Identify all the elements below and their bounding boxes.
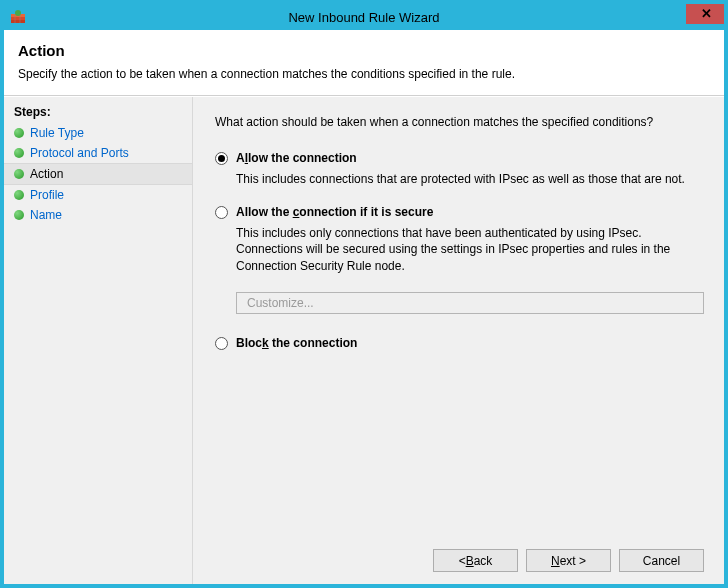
wizard-button-row: < Back Next > Cancel — [215, 537, 704, 584]
steps-sidebar: Steps: Rule Type Protocol and Ports Acti… — [4, 97, 192, 584]
bullet-icon — [14, 128, 24, 138]
radio-allow-secure[interactable]: Allow the connection if it is secure — [215, 205, 704, 219]
content-question: What action should be taken when a conne… — [215, 115, 704, 129]
radio-icon — [215, 206, 228, 219]
bullet-icon — [14, 210, 24, 220]
radio-icon — [215, 337, 228, 350]
step-label: Profile — [30, 188, 64, 202]
radio-allow-connection[interactable]: Allow the connection — [215, 151, 704, 165]
radio-allow-desc: This includes connections that are prote… — [236, 171, 704, 187]
radio-label: Allow the connection if it is secure — [236, 205, 433, 219]
titlebar: New Inbound Rule Wizard ✕ — [4, 4, 724, 30]
close-button[interactable]: ✕ — [686, 2, 726, 24]
page-subtitle: Specify the action to be taken when a co… — [18, 67, 710, 81]
radio-label: Allow the connection — [236, 151, 357, 165]
cancel-button[interactable]: Cancel — [619, 549, 704, 572]
step-profile[interactable]: Profile — [4, 185, 192, 205]
radio-allow-secure-desc: This includes only connections that have… — [236, 225, 704, 274]
firewall-icon — [10, 9, 26, 25]
step-rule-type[interactable]: Rule Type — [4, 123, 192, 143]
wizard-body: Steps: Rule Type Protocol and Ports Acti… — [4, 96, 724, 584]
steps-heading: Steps: — [4, 103, 192, 123]
radio-icon-selected — [215, 152, 228, 165]
svg-point-5 — [15, 10, 21, 16]
bullet-icon — [14, 190, 24, 200]
bullet-icon — [14, 148, 24, 158]
window-title: New Inbound Rule Wizard — [4, 10, 724, 25]
content-panel: What action should be taken when a conne… — [192, 97, 724, 584]
radio-label: Block the connection — [236, 336, 357, 350]
step-label: Protocol and Ports — [30, 146, 129, 160]
radio-block-connection[interactable]: Block the connection — [215, 336, 704, 350]
step-label: Name — [30, 208, 62, 222]
step-name[interactable]: Name — [4, 205, 192, 225]
step-label: Rule Type — [30, 126, 84, 140]
next-button[interactable]: Next > — [526, 549, 611, 572]
step-protocol-ports[interactable]: Protocol and Ports — [4, 143, 192, 163]
bullet-icon — [14, 169, 24, 179]
back-button[interactable]: < Back — [433, 549, 518, 572]
step-action[interactable]: Action — [4, 163, 192, 185]
wizard-header: Action Specify the action to be taken wh… — [4, 30, 724, 96]
page-title: Action — [18, 42, 710, 59]
svg-rect-2 — [11, 20, 25, 23]
step-label: Action — [30, 167, 63, 181]
close-icon: ✕ — [701, 6, 712, 21]
customize-button: Customize... — [236, 292, 704, 314]
